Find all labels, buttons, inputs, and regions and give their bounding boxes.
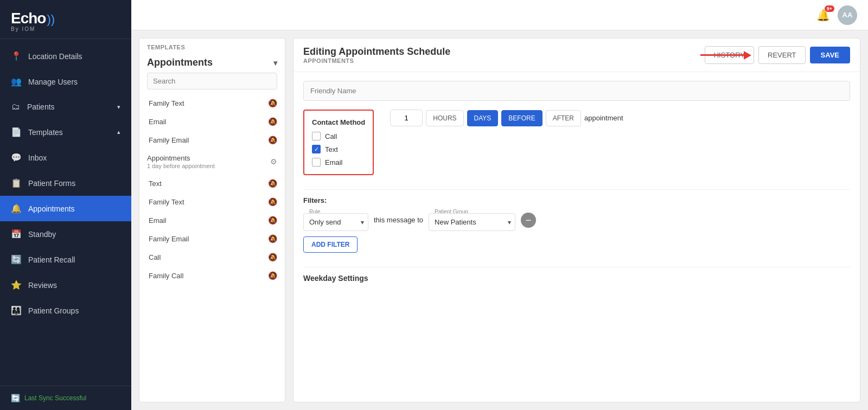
before-button[interactable]: BEFORE: [501, 110, 542, 126]
sidebar-item-label: Patient Groups: [28, 306, 79, 315]
patient-group-select-wrapper: New Patients Existing Patients All Patie…: [429, 213, 515, 231]
edit-header: Editing Appointments Schedule APPOINTMEN…: [293, 39, 860, 72]
template-item-family-text-2[interactable]: Family Text 🔕: [139, 193, 285, 211]
after-button[interactable]: AFTER: [546, 110, 581, 126]
template-item-label: Email: [149, 216, 167, 225]
mute-icon: 🔕: [268, 234, 277, 243]
remove-filter-button[interactable]: −: [521, 213, 536, 228]
template-search-input[interactable]: [147, 73, 277, 89]
recall-icon: 🔄: [11, 254, 22, 265]
patient-groups-icon: 👨‍👩‍👧: [11, 305, 22, 316]
template-list: Family Text 🔕 Email 🔕 Family Email 🔕 App…: [139, 94, 285, 402]
sidebar-item-patient-groups[interactable]: 👨‍👩‍👧 Patient Groups: [0, 298, 131, 323]
sidebar-item-appointments[interactable]: 🔔 Appointments: [0, 196, 131, 221]
mute-icon: 🔕: [268, 117, 277, 126]
days-button[interactable]: DAYS: [467, 110, 499, 126]
patient-group-select[interactable]: New Patients Existing Patients All Patie…: [429, 213, 515, 231]
sync-icon: 🔄: [11, 394, 20, 402]
email-checkbox[interactable]: [312, 158, 321, 166]
appointments-icon: 🔔: [11, 203, 22, 214]
sidebar-item-location-details[interactable]: 📍 Location Details: [0, 43, 131, 69]
mute-icon: 🔕: [268, 216, 277, 225]
edit-panel-subtitle: APPOINTMENTS: [303, 57, 699, 64]
gear-icon[interactable]: ⚙: [270, 157, 277, 166]
sidebar-footer: 🔄 Last Sync Successful: [0, 386, 131, 410]
sidebar-item-inbox[interactable]: 💬 Inbox: [0, 145, 131, 170]
templates-icon: 📄: [11, 127, 22, 137]
sidebar-item-patients[interactable]: 🗂 Patients ▾: [0, 94, 131, 119]
sidebar-item-standby[interactable]: 📅 Standby: [0, 221, 131, 247]
templates-panel-header: TEMPLATES: [139, 39, 285, 53]
patients-icon: 🗂: [11, 102, 21, 112]
template-item-label: Family Call: [149, 272, 183, 280]
contact-method-label: Contact Method: [312, 118, 365, 126]
history-button[interactable]: HISTORY: [705, 46, 754, 64]
sidebar: Echo )) By IOM 📍 Location Details 👥 Mana…: [0, 0, 131, 410]
time-value-input[interactable]: [390, 110, 423, 126]
notifications-button[interactable]: 🔔 9+: [816, 9, 830, 22]
template-item-subtitle: 1 day before appointment: [147, 163, 215, 169]
logo-sub: By IOM: [11, 26, 120, 32]
contact-method-email-row: Email: [312, 158, 365, 166]
sidebar-item-manage-users[interactable]: 👥 Manage Users: [0, 69, 131, 94]
sidebar-item-label: Patient Recall: [28, 255, 75, 264]
rule-select[interactable]: Only send Do not send: [303, 213, 368, 231]
filter-middle-text: this message to: [374, 216, 423, 224]
content-area: TEMPLATES Appointments ▾ Family Text 🔕 E…: [131, 30, 868, 410]
template-item-label: Family Email: [149, 235, 189, 243]
friendly-name-input[interactable]: [303, 81, 850, 101]
logo: Echo )) By IOM: [0, 0, 131, 39]
call-checkbox[interactable]: [312, 132, 321, 140]
rule-filter-group: Rule Only send Do not send: [303, 213, 368, 231]
template-item-family-text[interactable]: Family Text 🔕: [139, 94, 285, 112]
sidebar-item-reviews[interactable]: ⭐ Reviews: [0, 272, 131, 298]
edit-title-group: Editing Appointments Schedule APPOINTMEN…: [303, 46, 699, 64]
call-label: Call: [325, 132, 337, 140]
inbox-icon: 💬: [11, 152, 22, 163]
top-header: 🔔 9+ AA: [131, 0, 868, 30]
sidebar-item-label: Patient Forms: [28, 179, 75, 188]
template-item-call[interactable]: Call 🔕: [139, 248, 285, 266]
revert-button[interactable]: REVERT: [758, 46, 806, 64]
filter-row: Rule Only send Do not send this message …: [303, 209, 850, 231]
weekday-settings-label: Weekday Settings: [303, 274, 850, 283]
template-item-label: Text: [149, 180, 162, 188]
template-item-email[interactable]: Email 🔕: [139, 112, 285, 131]
hours-button[interactable]: HOURS: [426, 110, 463, 126]
template-item-family-email[interactable]: Family Email 🔕: [139, 131, 285, 149]
sidebar-item-patient-forms[interactable]: 📋 Patient Forms: [0, 170, 131, 196]
time-row: HOURS DAYS BEFORE AFTER appointment: [390, 110, 623, 126]
save-button[interactable]: SAVE: [810, 47, 850, 63]
sidebar-item-patient-recall[interactable]: 🔄 Patient Recall: [0, 247, 131, 272]
contact-method-text-row: Text: [312, 145, 365, 153]
contact-method-box: Contact Method Call Text Email: [303, 110, 374, 175]
mute-icon: 🔕: [268, 197, 277, 206]
sidebar-item-label: Standby: [28, 230, 56, 239]
sidebar-item-label: Location Details: [28, 52, 82, 61]
templates-section-title[interactable]: Appointments ▾: [139, 53, 285, 73]
text-checkbox[interactable]: [312, 145, 321, 153]
location-icon: 📍: [11, 51, 22, 61]
sidebar-item-templates[interactable]: 📄 Templates ▴: [0, 119, 131, 145]
section-chevron-icon: ▾: [273, 59, 277, 67]
avatar[interactable]: AA: [838, 5, 857, 25]
template-item-family-email-2[interactable]: Family Email 🔕: [139, 229, 285, 248]
sidebar-item-label: Templates: [28, 128, 63, 137]
standby-icon: 📅: [11, 229, 22, 239]
main-area: 🔔 9+ AA TEMPLATES Appointments ▾ Family …: [131, 0, 868, 410]
sidebar-item-label: Inbox: [28, 153, 47, 162]
template-item-appointments-selected[interactable]: Appointments 1 day before appointment ⚙: [139, 149, 285, 174]
templates-section-label: Appointments: [147, 57, 213, 68]
mute-icon: 🔕: [268, 136, 277, 144]
appointment-label: appointment: [584, 114, 623, 122]
template-item-text[interactable]: Text 🔕: [139, 174, 285, 193]
template-item-title: Appointments: [147, 154, 215, 162]
add-filter-button[interactable]: ADD FILTER: [303, 236, 358, 253]
template-item-email-2[interactable]: Email 🔕: [139, 211, 285, 229]
mute-icon: 🔕: [268, 253, 277, 261]
users-icon: 👥: [11, 76, 22, 87]
notification-badge: 9+: [825, 5, 834, 12]
sync-status: Last Sync Successful: [24, 394, 86, 402]
template-item-label: Call: [149, 253, 161, 261]
template-item-family-call[interactable]: Family Call 🔕: [139, 266, 285, 285]
